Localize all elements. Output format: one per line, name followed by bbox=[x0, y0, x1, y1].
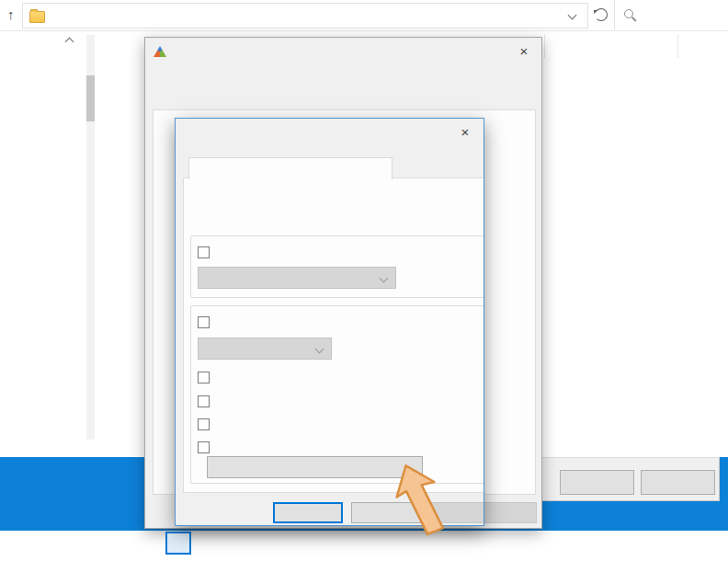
run-as-admin-checkbox[interactable] bbox=[198, 418, 210, 430]
refresh-icon[interactable] bbox=[595, 8, 608, 21]
search-input[interactable] bbox=[641, 5, 728, 27]
sidebar-scrollbar-thumb[interactable] bbox=[86, 75, 95, 121]
callout-arrow bbox=[383, 464, 466, 546]
compat-mode-group bbox=[190, 235, 484, 298]
run-as-admin-row bbox=[198, 418, 216, 430]
explorer-toolbar: ↑ bbox=[0, 0, 728, 31]
screenshot-stage: ↑ bbox=[0, 0, 728, 561]
column-separator bbox=[544, 34, 545, 58]
navigation-pane bbox=[0, 33, 97, 438]
reduced-color-row bbox=[198, 315, 216, 328]
cancel-button[interactable] bbox=[560, 470, 634, 495]
chevron-down-icon[interactable] bbox=[568, 11, 577, 20]
close-icon[interactable]: × bbox=[455, 123, 475, 142]
dialog-titlebar[interactable]: × bbox=[176, 119, 483, 147]
tab-compatibility-all-users[interactable] bbox=[188, 157, 392, 179]
apply-button[interactable] bbox=[641, 470, 715, 495]
reduced-color-checkbox[interactable] bbox=[198, 316, 210, 328]
chevron-down-icon bbox=[315, 345, 324, 354]
background-dialog-fragment bbox=[540, 457, 720, 501]
search-icon bbox=[624, 9, 633, 18]
ok-button[interactable] bbox=[273, 502, 343, 523]
chevron-down-icon bbox=[380, 274, 389, 283]
folder-icon bbox=[29, 11, 45, 23]
up-arrow-icon[interactable]: ↑ bbox=[7, 3, 15, 27]
search-box[interactable] bbox=[614, 0, 728, 29]
register-restart-row bbox=[198, 441, 216, 453]
fullscreen-checkbox[interactable] bbox=[198, 395, 210, 407]
app-icon bbox=[154, 46, 166, 57]
register-restart-checkbox[interactable] bbox=[198, 441, 210, 453]
close-icon[interactable]: × bbox=[514, 42, 534, 61]
collapse-caret-icon[interactable] bbox=[65, 38, 74, 47]
compat-mode-row bbox=[198, 246, 216, 258]
settings-group bbox=[190, 305, 484, 484]
tab-page bbox=[183, 177, 484, 493]
fullscreen-row bbox=[198, 395, 216, 407]
resolution-checkbox[interactable] bbox=[198, 372, 210, 384]
address-bar[interactable] bbox=[22, 3, 588, 29]
compat-mode-checkbox[interactable] bbox=[198, 246, 210, 258]
dialog-titlebar[interactable]: × bbox=[145, 38, 541, 66]
change-all-users-button-fragment[interactable] bbox=[165, 532, 191, 555]
compat-mode-dropdown bbox=[198, 267, 396, 289]
resolution-row bbox=[198, 371, 216, 384]
color-depth-dropdown bbox=[198, 338, 332, 360]
column-separator bbox=[677, 34, 678, 58]
